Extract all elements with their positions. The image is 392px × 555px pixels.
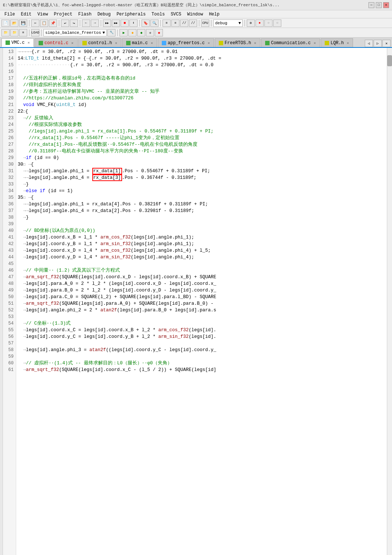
comment-button[interactable]: // [180,20,188,27]
menu-help[interactable]: Help [206,11,222,18]
tab-controls[interactable]: ◁ ▷ ✕ [365,40,391,47]
copy-button[interactable]: 📋 [40,20,48,27]
code-line-39 [18,221,387,227]
project-button[interactable]: 📁 [10,29,18,36]
menu-file[interactable]: File [1,11,18,18]
find-button[interactable]: 🔍 [150,20,158,27]
nav-back-button[interactable]: ← [82,20,90,27]
vertical-scrollbar[interactable] [387,48,392,555]
menu-tools[interactable]: Tools [149,11,168,18]
menu-edit[interactable]: Edit [18,11,35,18]
tab-lqr-h-label: LQR.h [331,40,344,46]
ln-27: 27 [3,141,16,148]
menu-debug[interactable]: Debug [95,11,114,18]
uncomment-button[interactable]: // [189,20,197,27]
paste-button[interactable]: 📌 [49,20,57,27]
tab-control-c-close[interactable]: ✕ [71,41,74,45]
tab-control-h-close[interactable]: ✕ [115,41,117,45]
open-file-button[interactable]: 📂 [10,20,18,27]
reset-button[interactable]: ○ [273,20,281,27]
cpu-button[interactable]: CPU [201,20,209,27]
disable-breakpoint-button[interactable]: ◆ [146,29,154,36]
run-button[interactable]: ● [256,20,264,27]
window-controls[interactable]: — □ ✕ [368,2,389,8]
tab-communication[interactable]: Communication.c ✕ [261,38,320,47]
tab-freertos-h-close[interactable]: ✕ [254,41,256,45]
download-button[interactable]: ⬇ [129,20,138,27]
tab-lqr-h[interactable]: LQR.h ✕ [321,38,353,47]
menu-svcs[interactable]: SVCS [168,11,184,18]
tab-freertos-h-icon [219,41,223,45]
tab-app-freertos[interactable]: app_freertos.c ✕ [158,38,214,47]
indent-button[interactable]: ≡ [163,20,171,27]
tab-vmc-close[interactable]: ✕ [28,40,30,45]
run-to-cursor-button[interactable]: ▶ [120,29,128,36]
sep-6 [160,20,161,26]
ln-28: 28 [3,148,16,155]
tab-scroll-left[interactable]: ◁ [365,40,373,47]
tab-lqr-h-close[interactable]: ✕ [347,41,349,45]
nav-fwd-button[interactable]: → [91,20,99,27]
menu-project[interactable]: Project [51,11,75,18]
build-button[interactable]: ▶▶ [103,20,111,27]
redo-button[interactable]: ↪ [70,20,78,27]
target-settings-button[interactable]: 🔧 [107,29,115,36]
code-editor[interactable]: →→→→→{.r = 30.0f, .r2 = 900.0f, .r3 = 27… [16,48,387,555]
build-all-button[interactable]: ▶▶ [112,20,120,27]
enable-breakpoint-button[interactable]: ◆ [137,29,145,36]
menu-peripherals[interactable]: Peripherals [114,11,149,18]
scrollbar-thumb[interactable] [387,55,392,66]
code-line-61: →arm_sqrt_f32(SQUARE(legs[id].coord.x_C … [18,367,387,373]
stop-build-button[interactable]: ■ [121,20,129,27]
code-line-56: →legs[id].coord.y_C = legs[id].coord.y_B… [18,333,387,340]
new-file-button[interactable]: 📄 [1,20,10,27]
code-line-43: →legs[id].coord.x_D = l_4 * arm_cos_f32(… [18,247,387,254]
ln-39: 39 [3,221,16,227]
tab-comm-close[interactable]: ✕ [314,41,316,45]
target-options-button[interactable]: ⚙ [247,20,255,27]
tab-close-all[interactable]: ✕ [382,40,391,47]
code-line-29: →if (id == 0) [18,155,387,161]
menu-flash[interactable]: Flash [75,11,95,18]
tab-freertos-h[interactable]: FreeRTOS.h ✕ [215,38,260,47]
target-dropdown[interactable]: simple_balance_freertos ▼ [43,29,107,36]
target-name: simple_balance_freertos [45,31,101,35]
save-button[interactable]: 💾 [19,20,27,27]
ln-20: 20 [3,95,16,102]
minimize-button[interactable]: — [368,2,374,8]
insert-breakpoint-button[interactable]: ◆ [128,29,136,36]
ln-38: 38 [3,214,16,221]
title-bar: E:\教研室项目\兔子机器人\1、foc-wheel-legged-robot-… [0,0,392,10]
tab-control-c[interactable]: control.c ✕ [35,38,78,47]
ln-25: 25 [3,128,16,135]
stop-debug-button[interactable]: ○ [264,20,272,27]
undo-button[interactable]: ↩ [61,20,69,27]
sep-4 [101,20,101,26]
load-button[interactable]: LOAD [31,29,39,36]
debug-dropdown[interactable]: debug ▼ [213,20,243,27]
unindent-button[interactable]: ≡ [171,20,179,27]
ln-56: 56 [3,333,16,340]
tab-main-c[interactable]: main.c ✕ [122,38,157,47]
menu-window[interactable]: Window [184,11,206,18]
func-list-button[interactable]: ≡ [19,29,27,36]
cut-button[interactable]: ✂ [31,20,39,27]
tab-scroll-right[interactable]: ▷ [374,40,382,47]
ln-51: 51 [3,300,16,307]
workspace-button[interactable]: 📁 [1,29,10,36]
tab-vmc-c[interactable]: VMC.c ✕ [1,38,34,47]
tab-app-freertos-close[interactable]: ✕ [208,41,210,45]
bookmark-button[interactable]: 🔖 [142,20,150,27]
code-line-38: →} [18,214,387,221]
tab-control-h[interactable]: control.h ✕ [78,38,121,47]
ln-35: 35 [3,194,16,201]
close-button[interactable]: ✕ [383,2,389,8]
kill-breakpoint-button[interactable]: ◆ [155,29,163,36]
tab-main-c-close[interactable]: ✕ [151,41,153,45]
sep-t2-3 [117,29,118,36]
code-line-19: //参考：五连杆运动学解算与VMC -- 韭菜的菜的文章 -- 知乎 [18,88,387,95]
menu-view[interactable]: View [35,11,51,18]
maximize-button[interactable]: □ [376,2,382,8]
ln-53: 53 [3,314,16,320]
code-line-55: →legs[id].coord.x_C = legs[id].coord.x_B… [18,327,387,333]
